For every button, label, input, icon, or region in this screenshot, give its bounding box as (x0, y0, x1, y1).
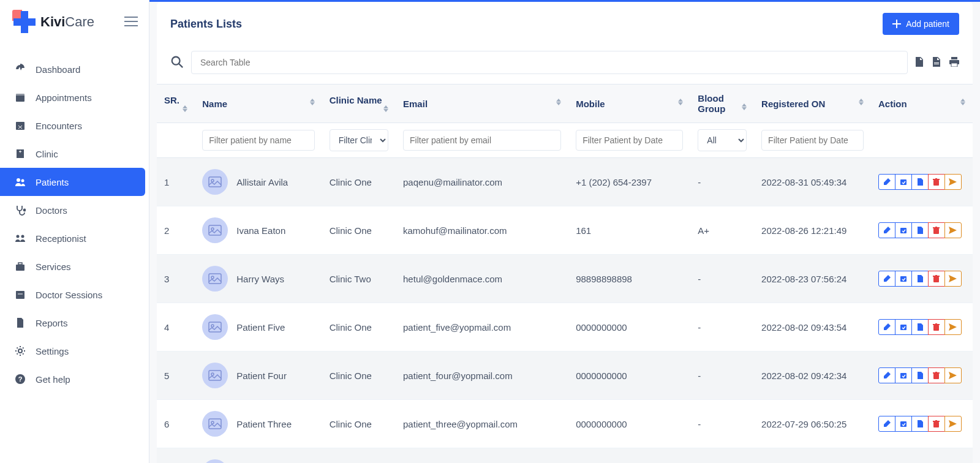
sidebar-item-doctors[interactable]: Doctors (0, 196, 149, 224)
table-row: 6Patient ThreeClinic Onepatient_three@yo… (157, 400, 973, 448)
calendar-x-icon (15, 120, 26, 131)
users-icon (15, 176, 26, 187)
sidebar-item-clinic[interactable]: Clinic (0, 140, 149, 168)
th-action[interactable]: Action (871, 85, 973, 123)
filter-blood-select[interactable]: All (698, 129, 747, 151)
delete-button[interactable] (928, 174, 945, 190)
sort-icon (678, 99, 683, 105)
cell-blood: - (690, 158, 754, 206)
send-button[interactable] (944, 271, 962, 287)
edit-button[interactable] (878, 222, 895, 238)
send-button[interactable] (944, 416, 962, 432)
send-button[interactable] (944, 367, 962, 383)
cell-sr: 5 (157, 352, 195, 400)
appointment-button[interactable] (895, 174, 912, 190)
document-button[interactable] (911, 222, 929, 238)
cell-mobile: 0000000000 (568, 352, 690, 400)
sidebar-item-services[interactable]: Services (0, 252, 149, 280)
th-email[interactable]: Email (396, 85, 568, 123)
appointment-button[interactable] (895, 416, 912, 432)
cell-clinic: Clinic One (322, 303, 396, 352)
delete-button[interactable] (928, 319, 945, 335)
table-row: 3Harry WaysClinic Twohetul@goldenmace.co… (157, 255, 973, 303)
sidebar-item-doctor-sessions[interactable]: Doctor Sessions (0, 280, 149, 309)
filter-name-input[interactable] (202, 130, 314, 151)
logo[interactable]: KiviCare (11, 9, 94, 36)
edit-button[interactable] (878, 319, 895, 335)
appointment-button[interactable] (895, 271, 912, 287)
edit-button[interactable] (878, 367, 895, 383)
filter-email-input[interactable] (403, 130, 561, 151)
appointment-button[interactable] (895, 319, 912, 335)
svg-marker-45 (859, 102, 864, 105)
cell-name: Harry Ways (195, 255, 322, 303)
print-button[interactable] (949, 57, 959, 69)
sidebar-item-label: Encounters (36, 121, 82, 131)
th-mobile[interactable]: Mobile (568, 85, 690, 123)
th-sr[interactable]: SR. (157, 85, 195, 123)
svg-rect-17 (18, 263, 22, 265)
patient-name: Allistair Avila (236, 177, 288, 187)
delete-button[interactable] (928, 222, 945, 238)
svg-rect-83 (935, 420, 937, 421)
cell-action (871, 448, 973, 464)
edit-button[interactable] (878, 271, 895, 287)
th-name[interactable]: Name (195, 85, 322, 123)
svg-rect-64 (933, 276, 940, 277)
appointment-button[interactable] (895, 367, 912, 383)
cell-clinic: Clinic One (322, 400, 396, 448)
send-button[interactable] (944, 319, 962, 335)
cell-sr: 3 (157, 255, 195, 303)
filter-registered-input[interactable] (761, 130, 864, 151)
svg-rect-51 (933, 180, 939, 186)
search-icon[interactable] (170, 55, 184, 70)
svg-rect-69 (933, 325, 939, 331)
appointment-button[interactable] (895, 222, 912, 238)
sidebar-item-label: Appointments (36, 92, 92, 103)
svg-rect-29 (951, 57, 957, 59)
avatar (202, 169, 228, 195)
add-patient-label: Add patient (906, 19, 949, 29)
edit-button[interactable] (878, 174, 895, 190)
svg-rect-4 (16, 94, 24, 96)
document-button[interactable] (911, 174, 929, 190)
add-patient-button[interactable]: Add patient (883, 13, 959, 35)
sidebar-item-settings[interactable]: Settings (0, 337, 149, 365)
sidebar-item-receptionist[interactable]: Receptionist (0, 224, 149, 252)
export-xls-button[interactable] (932, 57, 941, 69)
document-button[interactable] (911, 271, 929, 287)
filter-clinic-select[interactable]: Filter Clinic (330, 129, 388, 151)
document-button[interactable] (911, 319, 929, 335)
cell-registered: 2022-08-31 05:49:34 (754, 158, 871, 206)
sidebar-toggle-button[interactable] (124, 16, 138, 29)
document-button[interactable] (911, 367, 929, 383)
search-input[interactable] (191, 51, 908, 74)
svg-marker-42 (742, 104, 747, 107)
sidebar-item-reports[interactable]: Reports (0, 309, 149, 337)
edit-button[interactable] (878, 416, 895, 432)
hamburger-icon (124, 16, 138, 27)
filter-mobile-input[interactable] (576, 130, 683, 151)
document-button[interactable] (911, 416, 929, 432)
svg-point-73 (211, 373, 214, 375)
sidebar-item-get-help[interactable]: ?Get help (0, 365, 149, 393)
cell-email: patient_four@yopmail.com (396, 352, 568, 400)
th-clinic[interactable]: Clinic Name (322, 85, 396, 123)
sidebar-item-patients[interactable]: Patients (0, 168, 145, 196)
delete-button[interactable] (928, 367, 945, 383)
cell-email: patient_five@yopmail.com (396, 303, 568, 352)
export-csv-button[interactable] (915, 57, 924, 69)
send-button[interactable] (944, 174, 962, 190)
send-button[interactable] (944, 222, 962, 238)
search-row (157, 46, 973, 84)
sidebar-item-encounters[interactable]: Encounters (0, 111, 149, 140)
sidebar-item-appointments[interactable]: Appointments (0, 83, 149, 111)
th-registered[interactable]: Registered ON (754, 85, 871, 123)
svg-rect-82 (933, 421, 940, 422)
sidebar-item-label: Settings (36, 346, 69, 356)
cell-email: patient_two@yopmail.com (396, 448, 568, 464)
delete-button[interactable] (928, 416, 945, 432)
sidebar-item-dashboard[interactable]: Dashboard (0, 55, 149, 83)
th-blood[interactable]: Blood Group (690, 85, 754, 123)
delete-button[interactable] (928, 271, 945, 287)
